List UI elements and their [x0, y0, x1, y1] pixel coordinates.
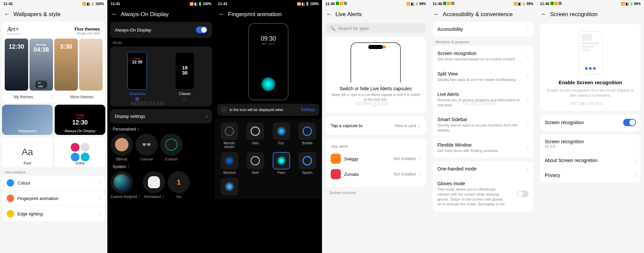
phone-preview: 09:30 Mon, Jan 1 — [248, 23, 288, 100]
status-time: 11:41 — [3, 2, 13, 6]
demo-sub: Swipe left or right in a Live Alerts cap… — [331, 93, 421, 102]
flux-title: Flux themes — [74, 27, 100, 32]
tile-icons[interactable]: Icons — [55, 137, 105, 167]
search-input[interactable]: 🔍 Search for apps — [325, 23, 426, 34]
anim-fizz[interactable]: Fizz — [270, 122, 293, 149]
screen-fingerprint-animation: 11:41 📶◧🔋100% ← Fingerprint animation 09… — [215, 0, 322, 253]
row-screen-recognition-toggle[interactable]: Screen recognition — [540, 114, 641, 131]
page-title: Live Alerts — [335, 11, 362, 18]
theme-thumb[interactable]: Monday04:38In use — [30, 39, 53, 91]
fingerprint-animation-preview — [261, 77, 276, 92]
settings-link[interactable]: Settings — [301, 107, 315, 112]
system-ins[interactable]: 1Ins — [168, 171, 190, 199]
toggle-on[interactable] — [623, 119, 636, 126]
row-smart-sidebar[interactable]: Smart SidebarQuickly launch apps or acce… — [433, 112, 533, 138]
mode-classic[interactable]: 19 30 Classic — [175, 52, 195, 101]
row-live-alerts[interactable]: Live AlertsRemind you of service progres… — [433, 87, 533, 112]
aod-toggle-row[interactable]: Always-On Display — [110, 22, 212, 38]
tile-wallpapers[interactable]: Wallpapers — [2, 105, 53, 135]
row-accessibility[interactable]: Accessibility› — [433, 22, 533, 37]
anim-sparks[interactable]: Sparks — [296, 152, 319, 174]
back-icon[interactable]: ← — [326, 11, 332, 18]
system-homeland[interactable]: Homeland 3 — [143, 171, 165, 199]
row-screen-recognition[interactable]: Screen recognitionGet smart services bas… — [433, 46, 533, 66]
row-split-view[interactable]: Split ViewDisplay two apps at once for e… — [433, 66, 533, 87]
anim-bubble[interactable]: Bubble — [296, 122, 319, 149]
screen-illustration — [579, 31, 602, 75]
pager-dots[interactable]: ● ○ ○ ○ — [545, 102, 636, 105]
tab-my-themes[interactable]: My themes — [14, 95, 34, 99]
row-privacy[interactable]: Privacy› — [540, 168, 641, 183]
row-colour[interactable]: Colour› — [2, 175, 105, 190]
row-fingerprint-animation[interactable]: Fingerprint animation› — [2, 191, 105, 206]
toggle-off[interactable] — [517, 191, 529, 197]
status-bar: 11:41 📶◧🔋100% — [0, 0, 107, 7]
back-icon[interactable]: ← — [433, 11, 439, 18]
anim-stardust[interactable]: Stardust — [218, 152, 241, 174]
page-title: Always-On Display — [121, 11, 169, 18]
anim-flare[interactable]: Flare — [270, 152, 293, 174]
app-zomato[interactable]: ZomatoNot installed› — [331, 166, 421, 182]
radio-on[interactable] — [135, 97, 139, 101]
mode-seamless[interactable]: Friday12:30 Seamless — [127, 52, 147, 101]
display-settings-row[interactable]: Display settings› — [110, 109, 212, 123]
row-version[interactable]: Screen recognition15.2.6› — [540, 134, 641, 153]
demo-card: Switch or hide Live Alerts capsules Swip… — [325, 37, 426, 113]
screen-live-alerts: 11:46 📶◧🔋99% ← Live Alerts 🔍 Search for … — [322, 0, 429, 253]
dropdown-icon: ⌄ — [417, 123, 421, 128]
mode-card: Friday12:30 Seamless 19 30 Classic — [110, 47, 212, 106]
tab-more-themes[interactable]: More themes — [70, 95, 94, 99]
page-title: Fingerprint animation — [228, 11, 282, 18]
anim-swirl[interactable]: Swirl — [244, 152, 267, 174]
enable-card: Enable Screen recognition Enable Screen … — [540, 24, 641, 111]
anim-melodic[interactable]: Melodic stream — [218, 122, 241, 149]
tile-aod[interactable]: Friday Oct 25 12:30 Always-On Display — [55, 105, 105, 135]
back-icon[interactable]: ← — [4, 11, 10, 18]
screen-always-on-display: 11:41 📶◧🔋100% ← Always-On Display Always… — [107, 0, 215, 253]
art-sub: PROJECT — [7, 33, 23, 35]
toggle-on[interactable] — [196, 27, 207, 33]
theme-thumb[interactable] — [79, 39, 103, 91]
row-one-handed[interactable]: One-handed mode› — [433, 161, 533, 176]
status-bar: 11:41 📶◧🔋100% — [107, 0, 215, 7]
personalised-canvas[interactable]: 👓Canvas — [136, 134, 158, 161]
personalised-custom[interactable]: Custom — [160, 134, 182, 161]
section-system-services: System services — [329, 191, 429, 195]
theme-thumb[interactable]: 12:30 — [5, 39, 28, 91]
theme-thumb[interactable]: 3:30 — [54, 39, 78, 91]
status-bar: 11:46 📶◧🔋99% — [322, 0, 429, 7]
radio-off[interactable] — [183, 97, 187, 101]
app-swiggy[interactable]: SwiggyNot installed› — [331, 151, 421, 166]
info-icon: i — [221, 107, 227, 112]
row-about[interactable]: About Screen recognition› — [540, 153, 641, 168]
row-edge-lighting[interactable]: Edge lighting› — [2, 206, 105, 221]
row-flexible-window[interactable]: Flexible WindowGet more done with floati… — [433, 138, 533, 158]
section-system: System7 — [113, 164, 215, 169]
mode-label: Mode — [113, 41, 215, 45]
pager-dots[interactable]: ● ○ — [331, 105, 421, 108]
back-icon[interactable]: ← — [541, 11, 547, 18]
system-carbon[interactable]: Carbon footprint 2 — [111, 171, 140, 199]
search-icon: 🔍 — [330, 26, 335, 31]
status-bar: 11:46 📶◧🔋99% — [429, 0, 537, 7]
flux-themes-card[interactable]: Art+ PROJECT Flux themes Design your sty… — [2, 22, 105, 103]
animation-grid: Melodic stream Halo Fizz Bubble Stardust… — [215, 118, 322, 199]
anim-halo[interactable]: Halo — [244, 122, 267, 149]
fingerprint-icon — [7, 195, 14, 202]
chevron-right-icon: › — [99, 181, 101, 186]
tap-capsule-row[interactable]: Tap a capsule to View in card ⌄ — [331, 122, 421, 130]
row-gloves-mode[interactable]: Gloves modeThis mode allows you to effor… — [433, 176, 533, 211]
status-icons: 📶◧🔋100% — [82, 2, 104, 6]
anim-more[interactable] — [218, 178, 241, 195]
back-icon[interactable]: ← — [111, 11, 117, 18]
art-logo: Art+ — [7, 26, 23, 33]
section-app-alerts: App alerts — [331, 144, 421, 148]
swiggy-icon — [331, 154, 341, 164]
personalised-bitmoji[interactable]: Bitmoji — [111, 134, 133, 161]
page-title: Wallpapers & style — [13, 11, 60, 18]
tile-font[interactable]: AaFont — [2, 137, 53, 167]
colour-icon — [7, 179, 14, 187]
back-icon[interactable]: ← — [219, 11, 225, 18]
section-user-interface: User interface — [5, 170, 107, 174]
enable-title: Enable Screen recognition — [545, 80, 636, 85]
